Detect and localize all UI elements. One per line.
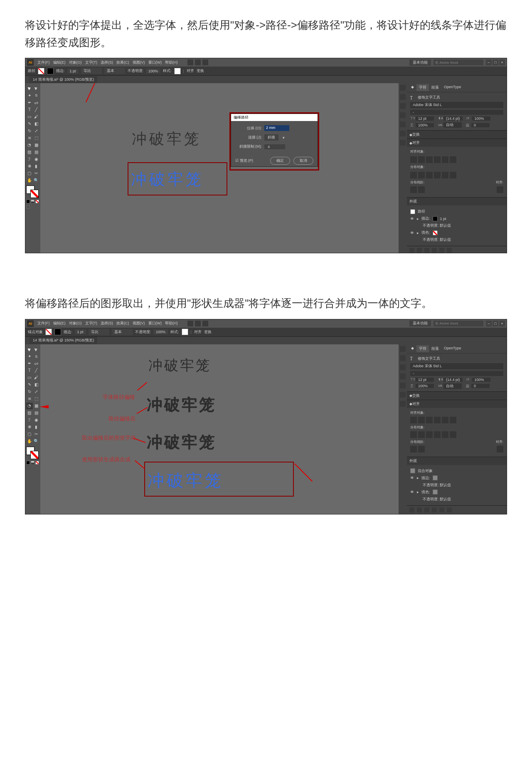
zoom-tool-icon[interactable]: 🔍 xyxy=(33,177,40,183)
width-tool-icon[interactable]: ≋ xyxy=(26,134,33,141)
width-tool-icon[interactable]: ≋ xyxy=(26,396,33,402)
font-style-select[interactable]: - xyxy=(410,110,503,115)
hscale[interactable]: 100% xyxy=(416,384,434,388)
swatches-icon[interactable] xyxy=(400,364,406,370)
stroke-swatch[interactable] xyxy=(47,68,54,74)
mesh-tool-icon[interactable]: ▨ xyxy=(26,410,33,416)
appearance-header[interactable]: 外观 xyxy=(407,197,507,205)
fill-stroke-box[interactable] xyxy=(26,447,39,459)
screen-mode-icon[interactable] xyxy=(26,205,30,209)
doc-icon[interactable] xyxy=(202,59,208,65)
maximize-icon[interactable]: □ xyxy=(493,59,498,65)
clear-icon[interactable] xyxy=(432,507,437,512)
align-hcenter-icon[interactable] xyxy=(418,417,425,423)
wand-tool-icon[interactable]: ✦ xyxy=(26,92,33,99)
clear-icon[interactable] xyxy=(432,248,437,253)
dash-dropdown[interactable]: 等比 xyxy=(89,329,109,335)
libraries-icon[interactable] xyxy=(400,346,406,352)
kerning[interactable]: 自动 xyxy=(443,122,462,128)
dup-icon[interactable] xyxy=(439,248,444,253)
tracking[interactable]: 0 xyxy=(471,123,490,127)
font-size[interactable]: 12 pt xyxy=(416,378,434,382)
dist-hcenter-icon[interactable] xyxy=(442,431,448,438)
none-mini-icon[interactable] xyxy=(35,461,39,465)
brushes-icon[interactable] xyxy=(400,112,406,118)
symbol-tool-icon[interactable]: ❋ xyxy=(26,163,33,169)
dist-hspace-icon[interactable] xyxy=(410,446,417,452)
layers-icon[interactable] xyxy=(400,140,406,146)
dist-hcenter-icon[interactable] xyxy=(442,172,448,178)
free-transform-icon[interactable]: ⬚ xyxy=(33,396,40,402)
new-stroke-icon[interactable] xyxy=(417,248,422,253)
menu-effect[interactable]: 效果(C) xyxy=(115,60,131,65)
dist-bottom-icon[interactable] xyxy=(426,172,433,178)
tab-paragraph[interactable]: 段落 xyxy=(429,345,441,352)
rotate-tool-icon[interactable]: ↻ xyxy=(26,388,33,395)
tab-character[interactable]: 字符 xyxy=(416,84,429,91)
layout-icon[interactable] xyxy=(187,321,193,326)
shape-builder-icon[interactable]: ◔ xyxy=(26,403,33,409)
brush-tool-icon[interactable]: 🖌 xyxy=(33,374,40,381)
font-family-select[interactable]: Adobe 宋体 Std L xyxy=(410,102,503,108)
tracking[interactable]: 0 xyxy=(471,384,490,388)
style-swatch[interactable] xyxy=(182,329,188,335)
stroke-weight[interactable]: 1 pt xyxy=(75,329,86,334)
shape-builder-icon[interactable]: ◔ xyxy=(26,141,33,148)
ok-button[interactable]: 确定 xyxy=(270,157,290,165)
slice-tool-icon[interactable]: ✂ xyxy=(33,431,40,438)
align-left-icon[interactable] xyxy=(410,156,417,163)
close-icon[interactable]: × xyxy=(499,321,505,326)
menu-view[interactable]: 视图(V) xyxy=(131,60,146,65)
menu-object[interactable]: 对象(O) xyxy=(68,60,83,65)
color-mini-icon[interactable] xyxy=(26,461,30,465)
menu-help[interactable]: 帮助(H) xyxy=(164,60,179,65)
slice-tool-icon[interactable]: ✂ xyxy=(33,170,40,176)
align-right-icon[interactable] xyxy=(426,417,433,423)
symbols-icon[interactable] xyxy=(400,121,406,127)
none-mini-icon[interactable] xyxy=(35,200,39,203)
menu-select[interactable]: 选择(S) xyxy=(99,60,114,65)
menu-select[interactable]: 选择(S) xyxy=(99,321,114,326)
trash-icon[interactable] xyxy=(447,248,452,253)
opacity-value[interactable]: 100% xyxy=(146,69,160,74)
align-to-icon[interactable] xyxy=(497,186,503,193)
dist-left-icon[interactable] xyxy=(434,431,441,438)
brushes-icon[interactable] xyxy=(400,373,406,379)
mesh-tool-icon[interactable]: ▨ xyxy=(26,148,33,155)
free-transform-icon[interactable]: ⬚ xyxy=(33,134,40,141)
stock-search[interactable]: 在 Adobe Stock xyxy=(433,59,483,65)
menu-edit[interactable]: 编辑(E) xyxy=(52,60,67,65)
lasso-tool-icon[interactable]: ട xyxy=(33,353,40,360)
align-left-icon[interactable] xyxy=(410,417,417,423)
layout-icon[interactable] xyxy=(187,59,193,65)
new-fill-icon[interactable] xyxy=(409,248,414,253)
menu-edit[interactable]: 编辑(E) xyxy=(52,321,67,326)
dist-left-icon[interactable] xyxy=(434,172,441,178)
menu-object[interactable]: 对象(O) xyxy=(68,321,83,326)
preview-checkbox[interactable]: ☑ 预览 (P) xyxy=(235,158,253,163)
menu-view[interactable]: 视图(V) xyxy=(131,321,146,326)
direct-select-tool-icon[interactable] xyxy=(33,346,40,353)
transform-link[interactable]: 变换 xyxy=(197,68,204,74)
align-hcenter-icon[interactable] xyxy=(418,156,425,163)
close-icon[interactable]: × xyxy=(499,59,505,65)
profile-dropdown[interactable]: 基本 xyxy=(104,68,125,74)
tab-character[interactable]: 字符 xyxy=(416,345,429,352)
offset-input[interactable]: 2 mm xyxy=(264,125,289,131)
leading[interactable]: (14.4 pt) xyxy=(443,378,463,382)
profile-dropdown[interactable]: 基本 xyxy=(112,329,133,335)
align-bottom-icon[interactable] xyxy=(450,417,456,423)
canvas-2[interactable]: 冲破牢笼 冲破牢笼 冲破牢笼 冲破牢笼 字体路径偏移 路径偏移后 取出偏移后的形… xyxy=(40,344,399,514)
dup-icon[interactable] xyxy=(439,507,444,512)
shaper-tool-icon[interactable]: ✎ xyxy=(26,381,33,388)
swap-panel-header[interactable]: ◆ 交换 xyxy=(407,130,507,138)
rect-tool-icon[interactable]: ▭ xyxy=(26,374,33,381)
hand-tool-icon[interactable]: ✋ xyxy=(26,438,33,445)
eyedropper-tool-icon[interactable]: ℐ xyxy=(26,156,33,162)
font-family-select[interactable]: Adobe 宋体 Std L xyxy=(410,363,503,369)
menu-window[interactable]: 窗口(W) xyxy=(147,60,163,65)
doc-icon[interactable] xyxy=(202,321,208,326)
perspective-tool-icon[interactable]: ▦ xyxy=(33,403,40,409)
wand-tool-icon[interactable]: ✦ xyxy=(26,353,33,360)
artboard-tool-icon[interactable]: ▢ xyxy=(26,170,33,176)
